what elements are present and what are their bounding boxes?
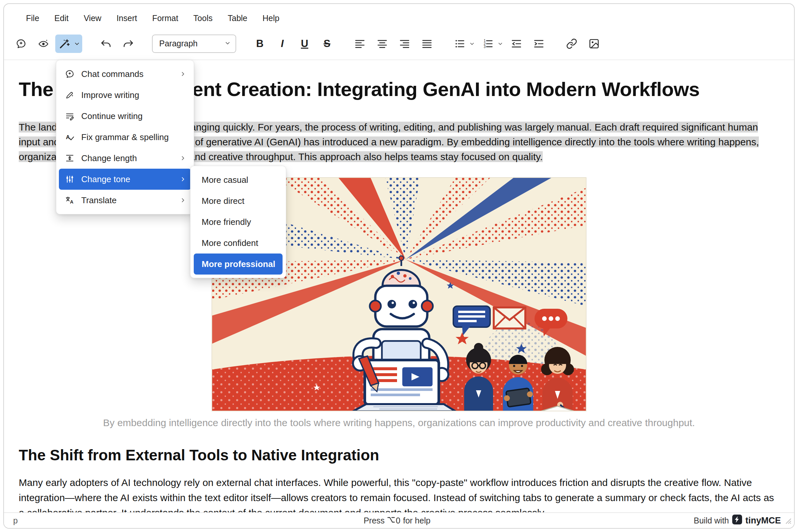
redo-icon: [122, 38, 134, 50]
outdent-button[interactable]: [507, 35, 526, 53]
bold-button[interactable]: B: [250, 35, 269, 53]
svg-text:A: A: [66, 134, 70, 140]
menu-format[interactable]: Format: [145, 11, 186, 26]
align-left-icon: [354, 38, 366, 49]
strikethrough-button[interactable]: S: [318, 35, 336, 53]
menu-item-translate[interactable]: A Translate: [59, 190, 191, 211]
ai-shortcuts-button[interactable]: [55, 35, 82, 53]
editor-window: File Edit View Insert Format Tools Table…: [3, 3, 795, 529]
align-justify-icon: [421, 38, 432, 49]
tone-item-more-friendly[interactable]: More friendly: [194, 211, 282, 232]
strikethrough-icon: S: [324, 38, 331, 50]
menu-item-chat-commands[interactable]: Chat commands: [59, 63, 191, 84]
menu-tools[interactable]: Tools: [186, 11, 220, 26]
numbered-list-icon: 1 2 3: [483, 38, 494, 49]
underline-button[interactable]: U: [295, 35, 314, 53]
tone-item-more-confident[interactable]: More confident: [194, 232, 282, 253]
tone-item-more-casual[interactable]: More casual: [194, 169, 282, 190]
svg-text:3: 3: [484, 44, 485, 48]
block-format-select[interactable]: Paragraph: [152, 35, 236, 53]
indent-icon: [533, 38, 544, 49]
chevron-right-icon: [179, 154, 186, 162]
image-caption[interactable]: By embedding intelligence directly into …: [19, 417, 779, 429]
menu-bar: File Edit View Insert Format Tools Table…: [4, 4, 794, 27]
improve-writing-icon: [64, 90, 75, 101]
svg-text:A: A: [70, 199, 73, 205]
help-shortcut: 0: [387, 516, 400, 526]
magic-wand-icon: [55, 35, 74, 53]
menu-item-change-tone[interactable]: Change tone: [59, 169, 191, 190]
chevron-down-icon[interactable]: [469, 41, 475, 47]
toolbar: Paragraph B I U S: [4, 27, 794, 60]
continue-writing-icon: [64, 111, 75, 122]
section-paragraph[interactable]: Many early adopters of AI technology rel…: [19, 475, 779, 512]
option-key-icon: [387, 516, 395, 526]
align-right-button[interactable]: [395, 35, 414, 53]
redo-button[interactable]: [119, 35, 137, 53]
chat-commands-icon: [64, 69, 75, 80]
resize-handle-icon[interactable]: [784, 516, 792, 526]
menu-item-improve-writing[interactable]: Improve writing: [59, 84, 191, 106]
chevron-right-icon: [179, 197, 186, 204]
align-justify-button[interactable]: [418, 35, 436, 53]
indent-button[interactable]: [530, 35, 548, 53]
ai-review-button[interactable]: [34, 35, 53, 53]
bullet-list-button[interactable]: [451, 35, 469, 53]
menu-item-continue-writing[interactable]: Continue writing: [59, 106, 191, 127]
link-icon: [566, 38, 577, 49]
link-button[interactable]: [562, 35, 581, 53]
tone-item-more-direct[interactable]: More direct: [194, 190, 282, 211]
change-tone-submenu: More casual More direct More friendly Mo…: [190, 166, 286, 278]
branding-link[interactable]: Build with tinyMCE: [663, 515, 781, 527]
menu-item-fix-grammar[interactable]: A Fix grammar & spelling: [59, 127, 191, 148]
insert-image-button[interactable]: [585, 35, 603, 53]
change-length-icon: [64, 153, 75, 164]
undo-icon: [100, 38, 112, 50]
italic-icon: I: [281, 38, 284, 50]
menu-insert[interactable]: Insert: [109, 11, 145, 26]
align-center-icon: [377, 38, 388, 49]
bold-icon: B: [256, 38, 263, 50]
align-center-button[interactable]: [373, 35, 391, 53]
tone-item-more-professional[interactable]: More professional: [194, 253, 282, 274]
underline-icon: U: [301, 38, 308, 50]
ai-review-icon: [38, 38, 49, 49]
numbered-list-button[interactable]: 1 2 3: [479, 35, 497, 53]
chevron-down-icon: [74, 40, 80, 47]
chevron-down-icon[interactable]: [497, 41, 503, 47]
chevron-right-icon: [179, 175, 186, 183]
change-tone-icon: [64, 174, 75, 185]
outdent-icon: [511, 38, 522, 49]
image-icon: [589, 38, 600, 49]
status-bar: p Press 0 for help Build with tinyMCE: [4, 512, 794, 528]
ai-chat-icon: [16, 38, 26, 49]
section-heading[interactable]: The Shift from External Tools to Native …: [19, 446, 779, 464]
menu-edit[interactable]: Edit: [47, 11, 76, 26]
italic-button[interactable]: I: [273, 35, 292, 53]
fix-grammar-icon: A: [64, 132, 75, 143]
tinymce-logo-icon: [732, 515, 742, 527]
bullet-list-icon: [454, 38, 465, 49]
element-path[interactable]: p: [13, 516, 132, 526]
menu-table[interactable]: Table: [220, 11, 255, 26]
align-right-icon: [399, 38, 410, 49]
undo-button[interactable]: [97, 35, 115, 53]
menu-item-change-length[interactable]: Change length: [59, 148, 191, 169]
menu-help[interactable]: Help: [255, 11, 287, 26]
help-hint: Press 0 for help: [132, 516, 663, 526]
chevron-right-icon: [179, 70, 186, 78]
menu-file[interactable]: File: [18, 11, 47, 26]
translate-icon: A: [64, 195, 75, 206]
ai-chat-button[interactable]: [12, 35, 30, 53]
menu-view[interactable]: View: [76, 11, 109, 26]
block-format-value: Paragraph: [159, 39, 198, 48]
chevron-down-icon: [224, 39, 231, 48]
ai-shortcuts-menu: Chat commands Improve writing Continu: [56, 60, 194, 214]
align-left-button[interactable]: [351, 35, 369, 53]
